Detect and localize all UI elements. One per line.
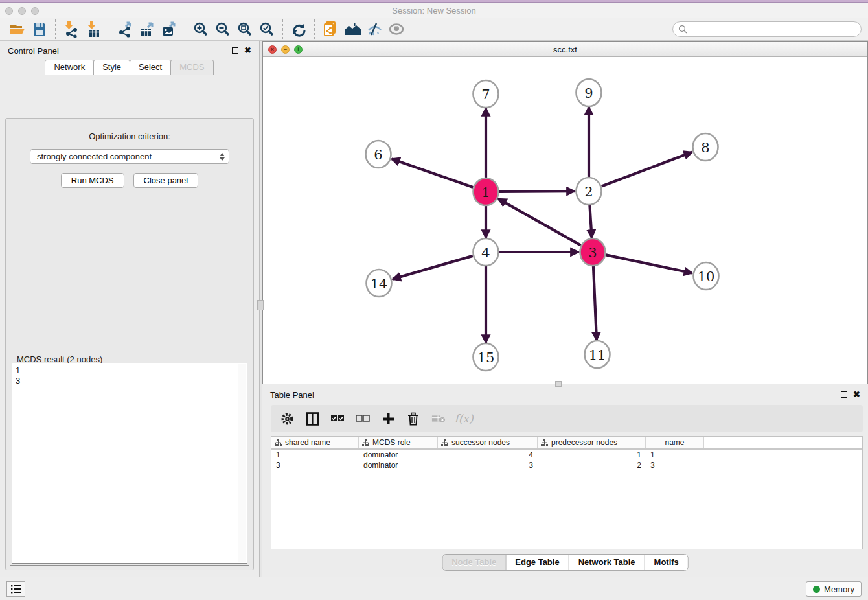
tab-select[interactable]: Select: [130, 60, 171, 75]
table-cell[interactable]: 2: [538, 460, 646, 470]
column-header-successor-nodes[interactable]: successor nodes: [438, 437, 538, 448]
edge-3-1[interactable]: [498, 199, 581, 246]
node-15[interactable]: 15: [474, 343, 499, 371]
zoom-out-icon[interactable]: [212, 19, 234, 39]
column-header-shared-name[interactable]: shared name: [271, 437, 359, 448]
network-maximize-button[interactable]: +: [294, 45, 303, 54]
main-toolbar: [0, 18, 868, 41]
network-minimize-button[interactable]: –: [281, 45, 290, 54]
open-session-icon[interactable]: [6, 19, 29, 39]
node-1[interactable]: 1: [474, 178, 499, 205]
export-table-icon[interactable]: [136, 19, 158, 39]
tab-node-table[interactable]: Node Table: [442, 555, 506, 570]
node-9[interactable]: 9: [577, 79, 602, 106]
edge-2-3[interactable]: [589, 205, 591, 238]
table-cell[interactable]: 3: [438, 460, 538, 470]
edge-4-14[interactable]: [393, 256, 473, 279]
edge-3-11[interactable]: [593, 266, 597, 340]
add-column-icon[interactable]: [381, 411, 395, 426]
column-header-predecessor-nodes[interactable]: predecessor nodes: [538, 437, 646, 448]
search-field[interactable]: [672, 21, 862, 37]
edge-3-10[interactable]: [606, 255, 692, 273]
node-label: 10: [698, 269, 715, 284]
zoom-in-icon[interactable]: [190, 19, 212, 39]
import-table-icon[interactable]: [82, 19, 104, 39]
node-4[interactable]: 4: [474, 238, 499, 266]
tab-network[interactable]: Network: [45, 60, 94, 75]
node-10[interactable]: 10: [694, 262, 719, 290]
close-panel-button[interactable]: Close panel: [133, 173, 199, 188]
column-header-name[interactable]: name: [646, 437, 704, 448]
tab-network-table[interactable]: Network Table: [569, 555, 645, 570]
table-cell[interactable]: 4: [438, 450, 538, 460]
table-cell[interactable]: dominator: [359, 450, 438, 460]
float-panel-icon[interactable]: [841, 391, 847, 398]
table-cell[interactable]: 1: [646, 450, 704, 460]
hide-selected-icon[interactable]: [363, 19, 385, 39]
mcds-result-textarea[interactable]: 13: [12, 363, 247, 564]
show-columns-icon[interactable]: [305, 411, 319, 426]
export-image-icon[interactable]: [158, 19, 180, 39]
tab-motifs[interactable]: Motifs: [645, 555, 688, 570]
criterion-select[interactable]: strongly connected component: [30, 149, 229, 164]
export-network-icon[interactable]: [114, 19, 136, 39]
task-history-button[interactable]: [6, 581, 25, 597]
tab-style[interactable]: Style: [93, 60, 130, 75]
table-cell[interactable]: 1: [271, 450, 359, 460]
node-2[interactable]: 2: [577, 178, 602, 205]
refresh-layout-icon[interactable]: [288, 19, 310, 39]
edge-1-2[interactable]: [499, 191, 575, 192]
node-label: 9: [584, 86, 593, 101]
edge-2-8[interactable]: [602, 152, 692, 187]
save-session-icon[interactable]: [29, 19, 51, 39]
memory-button[interactable]: Memory: [806, 581, 862, 597]
network-canvas[interactable]: 7968124314101511: [263, 57, 867, 384]
network-graph[interactable]: 7968124314101511: [263, 57, 867, 384]
import-network-icon[interactable]: [60, 19, 82, 39]
delete-column-icon[interactable]: [406, 411, 420, 426]
network-close-button[interactable]: ×: [268, 45, 277, 54]
tab-edge-table[interactable]: Edge Table: [506, 555, 569, 570]
select-stepper-icon: [220, 153, 225, 161]
column-header-label: predecessor nodes: [551, 438, 617, 447]
node-8[interactable]: 8: [693, 133, 718, 161]
column-header-MCDS-role[interactable]: MCDS role: [359, 437, 438, 448]
table-cell[interactable]: 1: [538, 450, 646, 460]
float-panel-icon[interactable]: [232, 47, 238, 54]
column-type-icon: [275, 439, 282, 446]
search-input[interactable]: [687, 25, 856, 34]
control-panel-header: Control Panel ✖: [0, 41, 259, 60]
table-cell[interactable]: 3: [646, 460, 704, 470]
network-window-titlebar[interactable]: × – + scc.txt: [263, 42, 867, 57]
node-3[interactable]: 3: [580, 238, 606, 266]
toolbar-separator: [314, 19, 315, 39]
vertical-splitter-handle[interactable]: [257, 300, 264, 310]
close-panel-icon[interactable]: ✖: [853, 391, 860, 398]
result-scrollbar[interactable]: [238, 364, 246, 562]
table-cell[interactable]: 3: [271, 460, 359, 470]
close-panel-icon[interactable]: ✖: [244, 47, 251, 54]
new-network-from-selection-icon[interactable]: [319, 19, 341, 39]
node-11[interactable]: 11: [585, 341, 610, 368]
show-hidden-icon[interactable]: [385, 19, 407, 39]
node-7[interactable]: 7: [474, 80, 499, 108]
zoom-fit-icon[interactable]: [234, 19, 256, 39]
show-all-nodes-edges-icon[interactable]: [341, 19, 363, 39]
table-row[interactable]: 1dominator411: [271, 450, 862, 460]
criterion-value: strongly connected component: [37, 152, 152, 161]
table-row[interactable]: 3dominator323: [271, 460, 862, 470]
table-panel-header: Table Panel ✖: [262, 386, 868, 404]
node-6[interactable]: 6: [366, 141, 391, 168]
table-cell[interactable]: dominator: [359, 460, 438, 470]
tab-mcds[interactable]: MCDS: [170, 60, 213, 75]
horizontal-splitter-handle[interactable]: [555, 381, 562, 387]
deselect-all-rows-icon[interactable]: [356, 411, 370, 426]
run-mcds-button[interactable]: Run MCDS: [61, 173, 124, 188]
column-settings-icon[interactable]: [280, 411, 294, 426]
node-14[interactable]: 14: [367, 270, 392, 297]
select-all-rows-icon[interactable]: [330, 411, 345, 426]
zoom-selected-icon[interactable]: [256, 19, 278, 39]
node-label: 11: [589, 347, 606, 363]
edge-1-6[interactable]: [392, 159, 473, 187]
control-panel-tabs: NetworkStyleSelectMCDS: [0, 60, 259, 75]
